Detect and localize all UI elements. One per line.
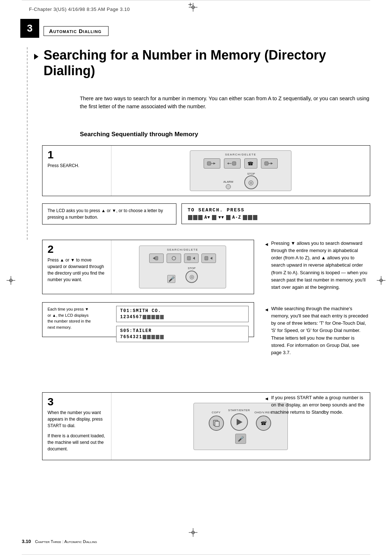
step3-label: When the number you want appears in the … bbox=[48, 409, 107, 429]
top-border bbox=[22, 0, 370, 0]
lcd-s2-line1: S05:TAILER bbox=[120, 328, 245, 333]
section-title-box: Automatic Dialling bbox=[44, 26, 109, 36]
sub-heading: Searching Sequentially through Memory bbox=[80, 131, 198, 138]
section-title: Automatic Dialling bbox=[49, 28, 102, 34]
step2-btn2 bbox=[167, 254, 181, 263]
aside-text-1: Pressing ▼ allows you to search downward… bbox=[271, 240, 369, 291]
step1-btn4 bbox=[261, 158, 278, 169]
svg-point-15 bbox=[172, 256, 176, 260]
step2-mic: 🎤 bbox=[167, 275, 175, 283]
aside-arrow-1: ◄ bbox=[264, 241, 269, 248]
lcd-screens: T01:SMITH CO. 1234567 S05:TAILER 7654321 bbox=[113, 302, 252, 346]
step2-btn3 bbox=[184, 254, 199, 263]
svg-marker-19 bbox=[210, 257, 212, 260]
step1-device-label: SEARCH/DELETE bbox=[225, 153, 256, 156]
info-box-text: The LCD asks you to press ▲ or ▼, or to … bbox=[48, 208, 163, 220]
step1-stop: STOP ◎ bbox=[244, 172, 258, 189]
registration-mark-top bbox=[189, 3, 197, 12]
svg-marker-17 bbox=[193, 257, 195, 260]
step1-label: Press SEARCH. bbox=[48, 162, 107, 169]
svg-marker-12 bbox=[271, 162, 273, 165]
lcd-s1-line2: 1234567 bbox=[120, 315, 245, 320]
page-title: Searching for a Number in Memory (Direct… bbox=[44, 47, 370, 78]
step1-btn2 bbox=[224, 158, 241, 169]
lcd-screen-2: S05:TAILER 7654321 bbox=[116, 326, 249, 342]
registration-mark-bottom bbox=[189, 528, 197, 538]
lcd-display-step1: TO SEARCH. PRESS A▼ ▼▼ A-Z bbox=[181, 203, 370, 224]
lcd-line2: A▼ ▼▼ A-Z bbox=[188, 215, 364, 220]
svg-marker-5 bbox=[213, 162, 216, 165]
step2-box: 2 Press ▲ or ▼ to move upward or downwar… bbox=[42, 240, 254, 294]
chapter-number: 3 bbox=[27, 23, 33, 34]
svg-rect-14 bbox=[155, 256, 158, 260]
dotted-border bbox=[27, 47, 28, 240]
svg-marker-13 bbox=[153, 257, 155, 260]
step3-label2: If there is a document loaded, the machi… bbox=[48, 433, 107, 452]
chapter-number-box: 3 bbox=[20, 19, 39, 38]
svg-rect-10 bbox=[265, 162, 268, 165]
page: F-Chapter 3(US) 4/16/98 8:35 AM Page 3.1… bbox=[0, 0, 392, 555]
intro-paragraph: There are two ways to search for a numbe… bbox=[80, 94, 370, 111]
footer: 3.10 Chapter Three : Automatic Dialling bbox=[22, 539, 97, 544]
registration-mark-right bbox=[377, 276, 385, 286]
aside-note-2: ◄ While searching through the machine's … bbox=[264, 305, 369, 362]
svg-text:☎: ☎ bbox=[248, 161, 253, 166]
info-box-lcd: The LCD asks you to press ▲ or ▼, or to … bbox=[42, 203, 176, 224]
lcd-s1-line1: T01:SMITH CO. bbox=[120, 308, 245, 313]
registration-mark-left bbox=[7, 276, 15, 286]
step1-alarm: ALARM bbox=[223, 180, 233, 189]
aside-text-3: If you press START while a group number … bbox=[271, 394, 369, 416]
footer-page-number: 3.10 bbox=[22, 539, 31, 544]
aside-arrow-2: ◄ bbox=[264, 306, 269, 313]
step1-box: 1 Press SEARCH. SEARCH/DELETE bbox=[42, 145, 370, 196]
aside-arrow-3: ◄ bbox=[264, 395, 269, 402]
svg-marker-7 bbox=[227, 162, 229, 165]
step2-stop: STOP ◎ bbox=[185, 267, 198, 283]
step2-device-label: SEARCH/DELETE bbox=[167, 248, 198, 251]
step1-btn1 bbox=[204, 158, 220, 169]
step1-number: 1 bbox=[48, 149, 107, 160]
lcd-screen-1: T01:SMITH CO. 1234567 bbox=[116, 306, 249, 322]
step3-number: 3 bbox=[48, 396, 107, 407]
footer-chapter-text: Chapter Three : Automatic Dialling bbox=[35, 539, 97, 544]
aside-note-1: ◄ Pressing ▼ allows you to search downwa… bbox=[264, 240, 369, 297]
step2-label: Press ▲ or ▼ to move upward or downward … bbox=[48, 257, 107, 283]
aside-note-3: ◄ If you press START while a group numbe… bbox=[264, 394, 369, 422]
step2-btn1 bbox=[149, 254, 164, 263]
section-arrow bbox=[34, 54, 38, 61]
page-metadata: F-Chapter 3(US) 4/16/98 8:35 AM Page 3.1… bbox=[29, 7, 130, 12]
step1-btn3: ☎ bbox=[244, 158, 257, 169]
svg-rect-16 bbox=[187, 256, 191, 260]
lcd-s2-line2: 7654321 bbox=[120, 335, 245, 340]
step2-btn4 bbox=[201, 254, 216, 263]
svg-rect-3 bbox=[207, 162, 211, 165]
svg-rect-21 bbox=[215, 421, 219, 426]
svg-rect-18 bbox=[205, 256, 208, 260]
aside-text-2: While searching through the machine's me… bbox=[271, 305, 369, 356]
svg-rect-8 bbox=[232, 162, 236, 165]
lcd-line1: TO SEARCH. PRESS bbox=[188, 207, 364, 213]
step2-number: 2 bbox=[48, 244, 107, 255]
